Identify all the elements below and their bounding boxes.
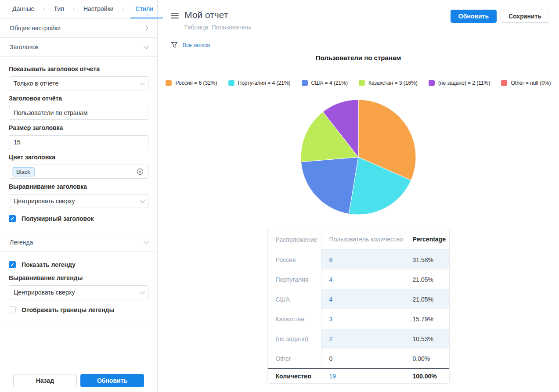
legend-swatch <box>429 80 435 86</box>
legend-item[interactable]: (не задано) = 2 (11%) <box>429 80 490 86</box>
legend-label: США = 4 (21%) <box>311 80 348 86</box>
save-button[interactable]: Сохранить <box>501 10 549 23</box>
legend-item[interactable]: Other = null (0%) <box>501 80 551 86</box>
filter-icon <box>171 42 178 49</box>
report-table: Расположение Пользователь количество Per… <box>267 229 450 384</box>
report-title: Мой отчет <box>184 10 228 20</box>
legend-swatch <box>302 80 308 86</box>
chart-title: Пользователи по странам <box>158 54 559 61</box>
count-link[interactable]: 4 <box>329 296 333 303</box>
legend-align-select[interactable]: Центрировать сверху <box>9 285 148 299</box>
tab-data[interactable]: Данные <box>10 0 37 18</box>
legend-align-select-value: Центрировать сверху <box>14 289 75 296</box>
count-link[interactable]: 2 <box>329 335 333 342</box>
breadcrumb-chevron-icon: › <box>123 6 124 12</box>
bold-title-checkbox-row[interactable]: Полужирный заголовок <box>9 215 148 222</box>
section-legend-label: Легенда <box>10 239 33 246</box>
report-header-left: Мой отчет Таблица: Пользователь <box>171 10 252 31</box>
tab-settings[interactable]: Настройки <box>81 0 116 18</box>
back-button[interactable]: Назад <box>13 374 77 387</box>
legend-swatch <box>228 80 234 86</box>
show-title-label: Показывать заголовок отчета <box>9 65 148 72</box>
chevron-down-icon <box>144 44 149 49</box>
cell-location: (не задано) <box>268 329 321 349</box>
report-header: Мой отчет Таблица: Пользователь Обновить… <box>158 10 559 31</box>
show-legend-checkbox-row[interactable]: Показать легенду <box>9 261 148 268</box>
report-title-label: Заголовок отчёта <box>9 95 148 102</box>
tab-type[interactable]: Тип <box>51 0 67 18</box>
report-actions: Обновить Сохранить <box>451 10 549 23</box>
legend-border-checkbox-row[interactable]: Отображать границы легенды <box>9 306 148 313</box>
footer-percentage: 100.00% <box>406 368 449 383</box>
count-link[interactable]: 19 <box>329 373 336 380</box>
legend-swatch <box>166 80 172 86</box>
cell-percentage: 15.79% <box>406 309 449 329</box>
refresh-button[interactable]: Обновить <box>451 10 497 23</box>
count-link[interactable]: 3 <box>329 316 333 323</box>
pie-chart-area <box>158 100 559 215</box>
footer-count: 19 <box>321 368 406 383</box>
chevron-down-icon <box>140 80 145 85</box>
sidebar-spacer <box>0 324 157 369</box>
column-header-location[interactable]: Расположение <box>268 229 321 250</box>
settings-sidebar: Данные › Тип › Настройки › Стили Общие н… <box>0 0 158 392</box>
chevron-right-icon <box>143 25 148 30</box>
section-general-settings[interactable]: Общие настройки <box>0 19 157 38</box>
table-row: (не задано) 2 10.53% <box>268 329 449 349</box>
breadcrumb-chevron-icon: › <box>43 6 45 12</box>
title-align-label: Выравнивание заголовка <box>9 183 148 190</box>
table-row: Россия 6 31.58% <box>268 250 449 270</box>
cell-location: Other <box>268 349 321 368</box>
cell-percentage: 21.05% <box>406 289 449 309</box>
legend-item[interactable]: Португалия = 4 (21%) <box>228 80 291 86</box>
column-header-count[interactable]: Пользователь количество <box>321 229 406 250</box>
title-settings-form: Показывать заголовок отчета Только в отч… <box>0 57 157 233</box>
report-table-area: Расположение Пользователь количество Per… <box>158 229 559 384</box>
chevron-down-icon <box>140 289 145 294</box>
table-row: США 4 21.05% <box>268 289 449 309</box>
sidebar-update-button[interactable]: Обновить <box>80 374 144 387</box>
table-row: Other 0 0.00% <box>268 349 449 368</box>
title-align-select[interactable]: Центрировать сверху <box>9 194 148 208</box>
legend-border-checkbox[interactable] <box>9 306 16 313</box>
title-size-input[interactable] <box>9 135 148 149</box>
cell-count: 4 <box>321 270 406 289</box>
title-align-select-value: Центрировать сверху <box>14 198 75 205</box>
count-link[interactable]: 6 <box>329 256 333 263</box>
sidebar-footer: Назад Обновить <box>0 369 157 392</box>
pie-slice[interactable] <box>301 157 358 214</box>
report-title-input[interactable] <box>9 106 148 120</box>
bold-title-checkbox[interactable] <box>9 215 16 222</box>
table-row: Португалия 4 21.05% <box>268 270 449 289</box>
legend-label: Россия = 6 (32%) <box>175 80 217 86</box>
color-tag[interactable]: Black <box>12 167 35 176</box>
menu-icon[interactable] <box>171 11 179 18</box>
chevron-down-icon <box>140 198 145 203</box>
report-builder-app: Данные › Тип › Настройки › Стили Общие н… <box>0 0 559 392</box>
legend-item[interactable]: Россия = 6 (32%) <box>166 80 217 86</box>
clear-icon[interactable] <box>137 168 144 175</box>
legend-swatch <box>359 80 365 86</box>
count-link[interactable]: 4 <box>329 276 333 283</box>
show-title-select[interactable]: Только в отчете <box>9 76 148 90</box>
cell-location: Казахстан <box>268 309 321 329</box>
legend-swatch <box>501 80 507 86</box>
legend-settings-form: Показать легенду Выравнивание легенды Це… <box>0 252 157 324</box>
section-general-settings-label: Общие настройки <box>10 25 61 32</box>
show-title-select-value: Только в отчете <box>14 80 58 87</box>
title-color-input[interactable]: Black <box>9 165 148 179</box>
cell-percentage: 31.58% <box>406 250 449 270</box>
section-title[interactable]: Заголовок <box>0 38 157 57</box>
section-title-label: Заголовок <box>10 43 39 50</box>
legend-item[interactable]: США = 4 (21%) <box>302 80 348 86</box>
legend-align-label: Выравнивание легенды <box>9 274 148 281</box>
column-header-percentage[interactable]: Percentage <box>406 229 449 250</box>
legend-item[interactable]: Казахстан = 3 (16%) <box>359 80 418 86</box>
pie-chart[interactable] <box>301 100 416 215</box>
cell-count: 2 <box>321 329 406 349</box>
filter-row[interactable]: Все записи <box>171 42 559 49</box>
section-legend[interactable]: Легенда <box>0 233 157 252</box>
show-legend-checkbox[interactable] <box>9 261 16 268</box>
table-row: Казахстан 3 15.79% <box>268 309 449 329</box>
table-header-row: Расположение Пользователь количество Per… <box>268 229 449 250</box>
